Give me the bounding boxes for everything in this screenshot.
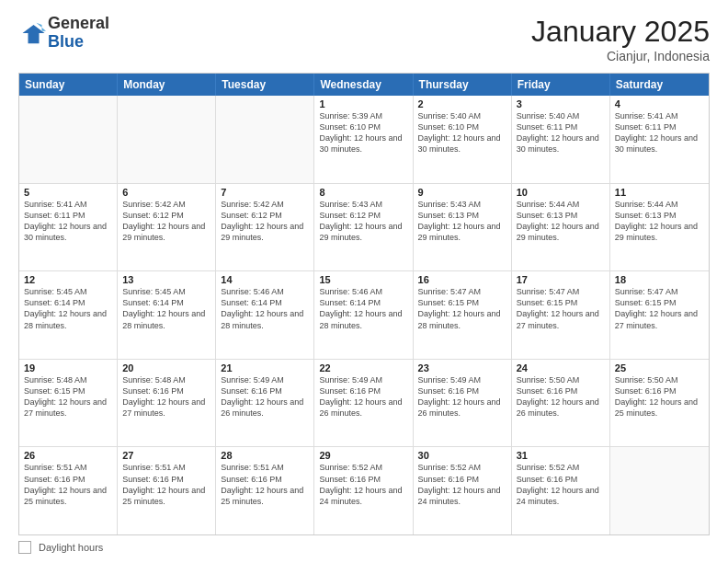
day-info: Sunrise: 5:49 AM Sunset: 6:16 PM Dayligh… [319, 374, 407, 419]
day-number: 4 [615, 98, 704, 109]
day-info: Sunrise: 5:41 AM Sunset: 6:11 PM Dayligh… [615, 110, 704, 155]
day-cell-empty [19, 96, 118, 183]
day-cell-8: 8Sunrise: 5:43 AM Sunset: 6:12 PM Daylig… [314, 184, 413, 271]
daylight-box [18, 541, 31, 554]
day-header-tuesday: Tuesday [216, 74, 314, 96]
logo-blue: Blue [48, 33, 109, 52]
day-number: 27 [122, 450, 210, 461]
day-number: 3 [517, 98, 605, 109]
day-info: Sunrise: 5:48 AM Sunset: 6:15 PM Dayligh… [24, 374, 112, 419]
day-number: 30 [418, 450, 506, 461]
day-info: Sunrise: 5:52 AM Sunset: 6:16 PM Dayligh… [319, 462, 407, 507]
calendar-body: 1Sunrise: 5:39 AM Sunset: 6:10 PM Daylig… [19, 96, 709, 534]
day-number: 9 [418, 187, 506, 198]
day-header-sunday: Sunday [19, 74, 118, 96]
day-info: Sunrise: 5:46 AM Sunset: 6:14 PM Dayligh… [319, 286, 407, 331]
day-number: 2 [418, 98, 506, 109]
day-cell-empty [216, 96, 314, 183]
day-cell-26: 26Sunrise: 5:51 AM Sunset: 6:16 PM Dayli… [19, 447, 118, 534]
day-info: Sunrise: 5:44 AM Sunset: 6:13 PM Dayligh… [615, 199, 704, 244]
day-number: 28 [221, 450, 309, 461]
day-number: 31 [517, 450, 605, 461]
day-info: Sunrise: 5:49 AM Sunset: 6:16 PM Dayligh… [418, 374, 506, 419]
day-number: 14 [221, 274, 309, 285]
day-cell-15: 15Sunrise: 5:46 AM Sunset: 6:14 PM Dayli… [314, 271, 413, 359]
day-info: Sunrise: 5:47 AM Sunset: 6:15 PM Dayligh… [418, 286, 506, 331]
day-cell-empty [118, 96, 216, 183]
day-cell-23: 23Sunrise: 5:49 AM Sunset: 6:16 PM Dayli… [414, 360, 512, 447]
calendar-header: SundayMondayTuesdayWednesdayThursdayFrid… [19, 74, 709, 96]
day-info: Sunrise: 5:50 AM Sunset: 6:16 PM Dayligh… [615, 374, 704, 419]
day-cell-20: 20Sunrise: 5:48 AM Sunset: 6:16 PM Dayli… [118, 360, 216, 447]
day-cell-28: 28Sunrise: 5:51 AM Sunset: 6:16 PM Dayli… [216, 447, 314, 534]
day-info: Sunrise: 5:39 AM Sunset: 6:10 PM Dayligh… [319, 110, 407, 155]
day-info: Sunrise: 5:42 AM Sunset: 6:12 PM Dayligh… [122, 199, 210, 244]
daylight-label: Daylight hours [39, 542, 103, 553]
page: General Blue January 2025 Cianjur, Indon… [0, 0, 728, 563]
day-info: Sunrise: 5:48 AM Sunset: 6:16 PM Dayligh… [122, 374, 210, 419]
day-info: Sunrise: 5:42 AM Sunset: 6:12 PM Dayligh… [221, 199, 309, 244]
day-number: 6 [122, 187, 210, 198]
day-number: 23 [418, 362, 506, 373]
day-number: 15 [319, 274, 407, 285]
calendar-row-1: 5Sunrise: 5:41 AM Sunset: 6:11 PM Daylig… [19, 183, 709, 271]
day-info: Sunrise: 5:50 AM Sunset: 6:16 PM Dayligh… [517, 374, 605, 419]
footer: Daylight hours [18, 541, 710, 554]
day-cell-1: 1Sunrise: 5:39 AM Sunset: 6:10 PM Daylig… [314, 96, 413, 183]
day-number: 25 [615, 362, 704, 373]
day-header-saturday: Saturday [610, 74, 709, 96]
day-cell-19: 19Sunrise: 5:48 AM Sunset: 6:15 PM Dayli… [19, 360, 118, 447]
day-number: 18 [615, 274, 704, 285]
day-cell-10: 10Sunrise: 5:44 AM Sunset: 6:13 PM Dayli… [512, 184, 610, 271]
calendar-row-3: 19Sunrise: 5:48 AM Sunset: 6:15 PM Dayli… [19, 359, 709, 447]
calendar-row-2: 12Sunrise: 5:45 AM Sunset: 6:14 PM Dayli… [19, 270, 709, 359]
day-cell-30: 30Sunrise: 5:52 AM Sunset: 6:16 PM Dayli… [414, 447, 512, 534]
day-number: 13 [122, 274, 210, 285]
day-number: 24 [517, 362, 605, 373]
day-info: Sunrise: 5:40 AM Sunset: 6:10 PM Dayligh… [418, 110, 506, 155]
day-info: Sunrise: 5:43 AM Sunset: 6:12 PM Dayligh… [319, 199, 407, 244]
day-cell-31: 31Sunrise: 5:52 AM Sunset: 6:16 PM Dayli… [512, 447, 610, 534]
day-info: Sunrise: 5:47 AM Sunset: 6:15 PM Dayligh… [615, 286, 704, 331]
day-number: 5 [24, 187, 112, 198]
day-cell-25: 25Sunrise: 5:50 AM Sunset: 6:16 PM Dayli… [610, 360, 709, 447]
day-number: 17 [517, 274, 605, 285]
day-cell-9: 9Sunrise: 5:43 AM Sunset: 6:13 PM Daylig… [414, 184, 512, 271]
day-number: 12 [24, 274, 112, 285]
day-cell-11: 11Sunrise: 5:44 AM Sunset: 6:13 PM Dayli… [610, 184, 709, 271]
day-cell-13: 13Sunrise: 5:45 AM Sunset: 6:14 PM Dayli… [118, 271, 216, 359]
logo-general: General [48, 15, 109, 33]
logo: General Blue [18, 15, 109, 52]
day-info: Sunrise: 5:44 AM Sunset: 6:13 PM Dayligh… [517, 199, 605, 244]
day-cell-6: 6Sunrise: 5:42 AM Sunset: 6:12 PM Daylig… [118, 184, 216, 271]
day-cell-14: 14Sunrise: 5:46 AM Sunset: 6:14 PM Dayli… [216, 271, 314, 359]
day-info: Sunrise: 5:52 AM Sunset: 6:16 PM Dayligh… [418, 462, 506, 507]
day-info: Sunrise: 5:40 AM Sunset: 6:11 PM Dayligh… [517, 110, 605, 155]
day-info: Sunrise: 5:52 AM Sunset: 6:16 PM Dayligh… [517, 462, 605, 507]
day-cell-24: 24Sunrise: 5:50 AM Sunset: 6:16 PM Dayli… [512, 360, 610, 447]
day-cell-5: 5Sunrise: 5:41 AM Sunset: 6:11 PM Daylig… [19, 184, 118, 271]
month-title: January 2025 [531, 15, 710, 49]
day-info: Sunrise: 5:43 AM Sunset: 6:13 PM Dayligh… [418, 199, 506, 244]
day-number: 10 [517, 187, 605, 198]
day-cell-18: 18Sunrise: 5:47 AM Sunset: 6:15 PM Dayli… [610, 271, 709, 359]
day-header-monday: Monday [118, 74, 216, 96]
day-cell-4: 4Sunrise: 5:41 AM Sunset: 6:11 PM Daylig… [610, 96, 709, 183]
day-number: 21 [221, 362, 309, 373]
day-number: 7 [221, 187, 309, 198]
svg-marker-0 [23, 25, 45, 43]
day-cell-7: 7Sunrise: 5:42 AM Sunset: 6:12 PM Daylig… [216, 184, 314, 271]
day-number: 19 [24, 362, 112, 373]
day-cell-22: 22Sunrise: 5:49 AM Sunset: 6:16 PM Dayli… [314, 360, 413, 447]
logo-icon [18, 19, 46, 47]
day-cell-12: 12Sunrise: 5:45 AM Sunset: 6:14 PM Dayli… [19, 271, 118, 359]
day-cell-2: 2Sunrise: 5:40 AM Sunset: 6:10 PM Daylig… [414, 96, 512, 183]
day-number: 26 [24, 450, 112, 461]
day-info: Sunrise: 5:49 AM Sunset: 6:16 PM Dayligh… [221, 374, 309, 419]
day-info: Sunrise: 5:51 AM Sunset: 6:16 PM Dayligh… [24, 462, 112, 507]
day-info: Sunrise: 5:41 AM Sunset: 6:11 PM Dayligh… [24, 199, 112, 244]
day-cell-21: 21Sunrise: 5:49 AM Sunset: 6:16 PM Dayli… [216, 360, 314, 447]
day-info: Sunrise: 5:45 AM Sunset: 6:14 PM Dayligh… [122, 286, 210, 331]
calendar-row-0: 1Sunrise: 5:39 AM Sunset: 6:10 PM Daylig… [19, 96, 709, 183]
day-number: 11 [615, 187, 704, 198]
